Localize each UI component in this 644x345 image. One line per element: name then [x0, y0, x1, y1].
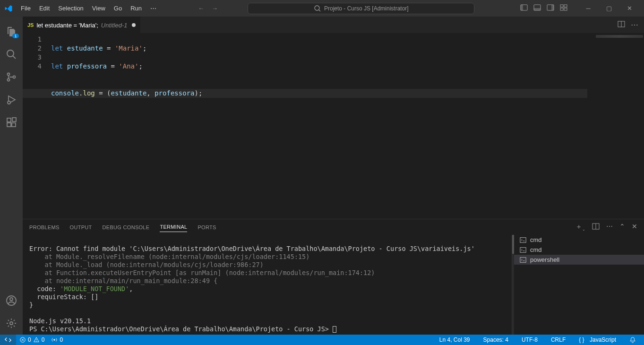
terminal-line: at Module._load (node:internal/modules/c… [29, 261, 264, 268]
svg-line-1 [319, 10, 320, 11]
status-notifications-icon[interactable] [626, 335, 639, 345]
new-terminal-icon[interactable]: ＋⌄ [575, 223, 585, 232]
error-icon [19, 336, 26, 343]
close-panel-icon[interactable]: ✕ [632, 223, 637, 232]
nav-back-icon[interactable]: ← [198, 5, 204, 12]
terminal-list: cmd cmd powershell [512, 235, 644, 335]
error-count: 0 [28, 336, 31, 343]
menu-bar: File Edit Selection View Go Run ⋯ [17, 3, 160, 14]
js-file-icon: JS [27, 22, 34, 28]
scrollbar-thumb[interactable] [512, 235, 514, 254]
svg-point-16 [13, 76, 16, 78]
terminal-prompt: PS C:\Users\Administrador\OneDrive\Área … [29, 325, 336, 333]
editor-area: JS let estudante = 'Maria'; Untitled-1 ⋯… [23, 17, 644, 335]
svg-rect-3 [521, 5, 523, 10]
nav-arrows: ← → [198, 5, 218, 12]
warning-icon [33, 336, 40, 343]
svg-rect-8 [560, 5, 563, 7]
status-language[interactable]: { } JavaScript [575, 335, 619, 345]
terminal-item-cmd[interactable]: cmd [512, 245, 644, 255]
minimap-content [596, 35, 643, 38]
titlebar: File Edit Selection View Go Run ⋯ ← → Pr… [0, 0, 644, 17]
status-ports[interactable]: 0 [48, 335, 66, 345]
maximize-icon[interactable]: ▢ [599, 0, 619, 17]
vscode-logo-icon [4, 4, 13, 13]
terminal-line: at Module._resolveFilename (node:interna… [29, 253, 309, 260]
ports-count: 0 [60, 336, 63, 343]
toggle-panel-icon[interactable] [532, 3, 542, 14]
toggle-primary-sidebar-icon[interactable] [519, 3, 529, 14]
menu-view[interactable]: View [88, 3, 109, 14]
svg-rect-29 [520, 237, 526, 242]
panel-more-icon[interactable]: ⋯ [606, 223, 613, 232]
menu-selection[interactable]: Selection [54, 3, 87, 14]
panel-tab-output[interactable]: OUTPUT [70, 223, 92, 232]
warning-count: 0 [42, 336, 45, 343]
language-label: JavaScript [590, 336, 616, 343]
status-cursor-position[interactable]: Ln 4, Col 39 [436, 335, 473, 345]
tab-title: let estudante = 'Maria'; [36, 22, 98, 29]
more-actions-icon[interactable]: ⋯ [631, 20, 638, 30]
svg-rect-5 [534, 8, 541, 10]
status-indentation[interactable]: Spaces: 4 [480, 335, 512, 345]
svg-point-24 [10, 322, 13, 325]
minimize-icon[interactable]: ─ [578, 0, 599, 17]
menu-run[interactable]: Run [127, 3, 146, 14]
split-terminal-icon[interactable] [592, 223, 600, 232]
terminal-item-cmd[interactable]: cmd [512, 235, 644, 245]
tab-subtitle: Untitled-1 [101, 22, 128, 29]
search-icon [314, 5, 321, 12]
customize-layout-icon[interactable] [559, 3, 568, 14]
menu-file[interactable]: File [17, 3, 34, 14]
svg-point-23 [10, 298, 13, 301]
terminal-item-powershell[interactable]: powershell [512, 255, 644, 265]
minimap[interactable] [587, 33, 644, 219]
svg-rect-31 [520, 257, 526, 262]
activity-account-icon[interactable] [0, 289, 23, 312]
line-number: 2 [23, 44, 42, 53]
menu-overflow-icon[interactable]: ⋯ [146, 3, 160, 14]
line-number: 1 [23, 35, 42, 44]
bottom-panel: PROBLEMS OUTPUT DEBUG CONSOLE TERMINAL P… [23, 219, 644, 335]
menu-edit[interactable]: Edit [35, 3, 53, 14]
status-problems[interactable]: 0 0 [16, 335, 48, 345]
menu-go[interactable]: Go [110, 3, 126, 14]
activity-settings-icon[interactable] [0, 312, 23, 335]
activity-extensions-icon[interactable] [0, 111, 23, 134]
code-content[interactable]: let estudante = 'Maria'; let professora … [51, 33, 587, 219]
status-bar: 0 0 0 Ln 4, Col 39 Spaces: 4 UTF-8 CRLF … [0, 335, 644, 345]
panel-tab-ports[interactable]: PORTS [197, 223, 216, 232]
panel-tab-terminal[interactable]: TERMINAL [160, 222, 187, 232]
svg-point-36 [36, 341, 36, 341]
close-icon[interactable]: ✕ [619, 0, 640, 17]
split-editor-icon[interactable] [618, 20, 625, 30]
svg-rect-30 [520, 247, 526, 252]
maximize-panel-icon[interactable]: ⌃ [619, 223, 625, 232]
editor-tab[interactable]: JS let estudante = 'Maria'; Untitled-1 [23, 17, 141, 33]
activity-search-icon[interactable] [0, 43, 23, 66]
code-editor[interactable]: 1 2 3 4 let estudante = 'Maria'; let pro… [23, 33, 644, 219]
explorer-badge: 1 [12, 34, 19, 38]
command-center-label: Projeto - Curso JS [Administrator] [324, 5, 409, 12]
activity-debug-icon[interactable] [0, 88, 23, 111]
terminal-output[interactable]: Error: Cannot find module 'C:\Users\Admi… [23, 235, 512, 335]
activity-explorer-icon[interactable]: 1 [0, 20, 23, 43]
line-number: 3 [23, 53, 42, 62]
remote-indicator-icon[interactable] [0, 335, 16, 345]
panel-tab-problems[interactable]: PROBLEMS [29, 223, 60, 232]
window-controls: ─ ▢ ✕ [578, 0, 640, 17]
terminal-line: code: 'MODULE_NOT_FOUND', [29, 285, 133, 293]
status-encoding[interactable]: UTF-8 [518, 335, 541, 345]
svg-line-13 [13, 56, 16, 59]
svg-point-0 [315, 6, 319, 10]
panel-tab-debug[interactable]: DEBUG CONSOLE [103, 223, 150, 232]
activity-scm-icon[interactable] [0, 66, 23, 88]
nav-forward-icon[interactable]: → [212, 5, 218, 12]
editor-tab-bar: JS let estudante = 'Maria'; Untitled-1 ⋯ [23, 17, 644, 33]
terminal-item-label: cmd [530, 236, 542, 243]
braces-icon: { } [579, 336, 584, 343]
status-eol[interactable]: CRLF [548, 335, 569, 345]
toggle-secondary-sidebar-icon[interactable] [546, 3, 555, 14]
svg-point-15 [8, 79, 10, 81]
command-center[interactable]: Projeto - Curso JS [Administrator] [248, 3, 474, 14]
